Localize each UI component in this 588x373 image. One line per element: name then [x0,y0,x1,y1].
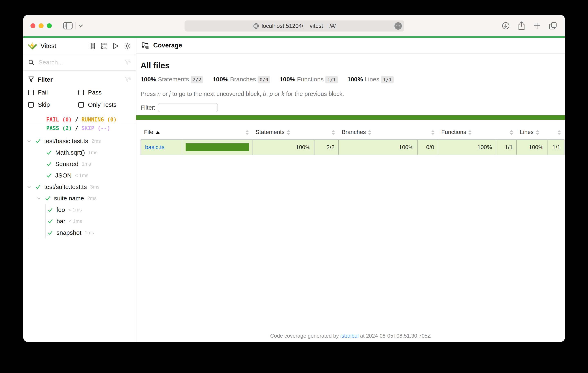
expand-chevron-icon[interactable] [27,139,32,144]
test-name: test/basic.test.ts [44,138,88,145]
test-tree-item[interactable]: Math.sqrt()1ms [23,147,136,158]
sort-icon[interactable] [245,130,249,135]
tab-overview-button[interactable] [549,22,557,30]
column-sorter[interactable] [182,125,252,140]
test-tree-item[interactable]: snapshot1ms [23,227,136,238]
test-name: Squared [55,161,78,167]
column-sorter[interactable] [547,125,564,140]
sort-icon[interactable] [331,130,335,135]
sun-icon [124,42,131,50]
column-header-statements[interactable]: Statements [252,125,314,140]
stat-branches: 100% Branches0/0 [213,76,270,83]
checkbox[interactable] [28,90,34,95]
run-all-button[interactable] [113,43,119,49]
test-tree-item[interactable]: suite name2ms [23,193,136,204]
tree-guide-line [29,216,29,227]
status-sep: / [72,117,81,123]
stat-percentage: 100% [280,76,295,83]
address-bar[interactable]: localhost:51204/__vitest__/#/ ••• [185,21,404,31]
tab-group-chevron-button[interactable] [78,24,83,27]
istanbul-link[interactable]: istanbul [340,333,359,339]
close-window-button[interactable] [31,23,35,28]
stat-label: Lines [365,76,379,83]
coverage-header: Coverage [136,38,565,53]
page-title: Coverage [153,42,182,49]
sort-icon[interactable] [431,130,435,135]
dashboard-button[interactable] [101,43,107,49]
ellipsis-icon: ••• [396,24,400,28]
column-sorter[interactable] [496,125,517,140]
clear-search-filter-icon[interactable] [125,60,131,65]
search-input[interactable] [39,59,125,66]
pass-check-icon [35,138,41,144]
column-header-branches[interactable]: Branches [338,125,417,140]
tree-guide-line [29,227,29,238]
coverage-status-bar [136,115,565,120]
test-name: Math.sqrt() [55,149,85,156]
coverage-value-cell: 1/1 [496,140,517,155]
zoom-window-button[interactable] [47,23,52,28]
coverage-folder-icon [141,42,149,49]
test-tree-item[interactable]: foo< 1ms [23,204,136,216]
test-tree-item[interactable]: JSON< 1ms [23,170,136,181]
coverage-filter-label: Filter: [141,104,156,111]
sort-icon[interactable] [368,130,372,135]
test-duration: 1ms [88,150,97,155]
sort-icon[interactable] [510,130,513,135]
coverage-table-header: FileStatementsBranchesFunctionsLines [141,125,564,140]
sidebar-header: Vitest [23,38,136,54]
sort-icon[interactable] [557,130,561,135]
coverage-filter-input[interactable] [158,103,218,112]
tree-view-button[interactable] [89,43,95,49]
keyboard-hint: Press n or j to go to the next uncovered… [141,91,565,97]
column-sorter[interactable] [417,125,438,140]
sidebar-toggle-button[interactable] [63,22,73,30]
sort-icon[interactable] [536,130,539,135]
status-pass: PASS (2) [46,125,72,131]
column-header-functions[interactable]: Functions [438,125,496,140]
toolbar-right-actions [502,21,557,30]
column-header-file[interactable]: File [141,125,182,140]
checkbox[interactable] [78,102,84,108]
test-tree-item[interactable]: test/suite.test.ts3ms [23,181,136,193]
test-tree-item[interactable]: Squared1ms [23,158,136,170]
file-link[interactable]: basic.ts [145,144,165,150]
test-duration: < 1ms [69,218,82,224]
vitest-app: Vitest [23,38,565,342]
main-panel: Coverage All files 100% Statements2/2100… [136,38,565,342]
column-sorter[interactable] [314,125,338,140]
test-tree-item[interactable]: bar< 1ms [23,216,136,227]
theme-toggle-button[interactable] [124,42,131,50]
pass-check-icon [46,172,52,178]
test-name: JSON [55,172,72,179]
expand-chevron-icon[interactable] [36,196,41,201]
test-duration: 2ms [92,138,101,144]
sidebar-toggle-icon [63,22,73,30]
footer-suffix: at 2024-08-05T08:51:30.705Z [359,333,431,339]
tree-guide-line [29,170,29,181]
checkbox[interactable] [28,102,34,108]
tree-guide-line [45,216,46,227]
share-button[interactable] [518,21,525,30]
expand-chevron-icon[interactable] [27,185,32,189]
pass-check-icon [46,149,52,156]
pass-check-icon [47,218,53,224]
downloads-button[interactable] [502,22,510,30]
test-duration: 1ms [85,230,94,236]
sort-icon[interactable] [287,130,290,135]
minimize-window-button[interactable] [39,23,43,28]
browser-window: localhost:51204/__vitest__/#/ ••• [23,15,565,342]
checkbox-label: Only Tests [88,101,117,108]
column-header-lines[interactable]: Lines [517,125,547,140]
tree-guide-line [45,227,46,238]
file-cell: basic.ts [141,140,182,155]
new-tab-button[interactable] [533,22,541,30]
tree-view-icon [89,43,95,49]
sort-icon[interactable] [468,130,472,135]
checkbox[interactable] [78,90,84,95]
desktop-background: localhost:51204/__vitest__/#/ ••• [0,0,588,373]
footer-prefix: Code coverage generated by [270,333,340,339]
test-tree-item[interactable]: test/basic.test.ts2ms [23,135,136,147]
page-settings-button[interactable]: ••• [394,22,402,30]
clear-filter-icon[interactable] [125,77,131,83]
